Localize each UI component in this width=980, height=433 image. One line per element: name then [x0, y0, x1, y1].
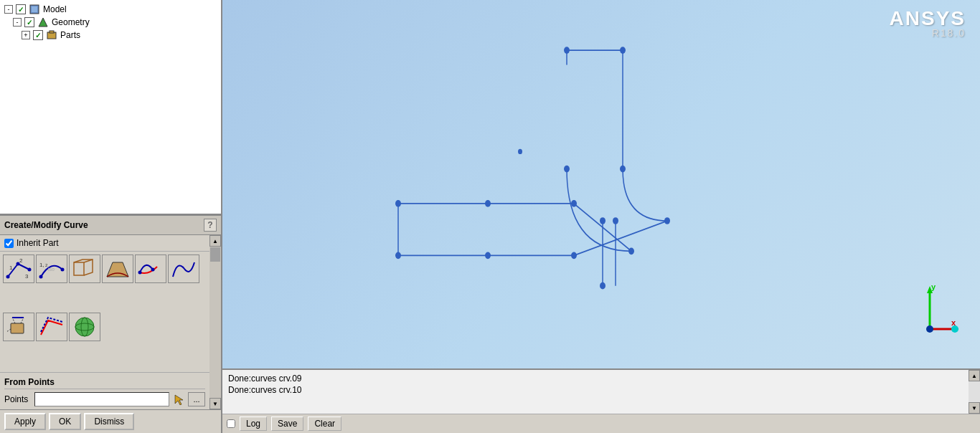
- log-button[interactable]: Log: [240, 417, 267, 431]
- panel-content: Inherit Part 1: [0, 235, 209, 409]
- tool-spline[interactable]: [168, 254, 199, 283]
- svg-text:3: 3: [25, 273, 29, 280]
- help-button[interactable]: ?: [204, 219, 217, 232]
- svg-text:1: 1: [9, 265, 13, 271]
- log-area: Done:curves crv.09 Done:curves crv.10 ▲ …: [222, 368, 980, 433]
- curve-tangent-icon: 1, 2 iso: [38, 257, 65, 281]
- points-input[interactable]: [34, 392, 169, 406]
- create-modify-panel: Create/Modify Curve ? Inherit Part: [0, 216, 221, 433]
- log-content: Done:curves crv.09 Done:curves crv.10 ▲ …: [222, 370, 980, 414]
- tool-sphere[interactable]: [69, 313, 100, 341]
- svg-point-36: [564, 47, 570, 54]
- tool-curve-tangent[interactable]: 1, 2 iso: [36, 254, 67, 283]
- inherit-part-row: Inherit Part: [0, 235, 209, 252]
- expand-parts-icon[interactable]: +: [22, 31, 30, 39]
- axes-widget: y x: [901, 282, 958, 340]
- points-label: Points: [4, 394, 32, 404]
- loft-icon: [104, 257, 131, 281]
- svg-text:2: 2: [19, 257, 23, 264]
- app-container: - Model - Geometry +: [0, 0, 980, 433]
- viewport[interactable]: ANSYS R18.0 .geo-line { stroke: #3060c0;…: [222, 0, 980, 433]
- clear-button[interactable]: Clear: [308, 417, 341, 431]
- extract-icon: [38, 315, 65, 339]
- model-label: Model: [43, 4, 67, 14]
- save-button[interactable]: Save: [271, 417, 303, 431]
- panel-with-scroll: Inherit Part 1: [0, 235, 221, 409]
- panel-scroll-up[interactable]: ▲: [209, 235, 221, 247]
- left-panel: - Model - Geometry +: [0, 0, 222, 433]
- tool-iso[interactable]: [69, 254, 100, 283]
- points-row: Points ...: [4, 392, 205, 406]
- parts-checkbox[interactable]: [33, 30, 43, 40]
- create-panel-header: Create/Modify Curve ?: [0, 216, 221, 235]
- model-checkbox[interactable]: [16, 4, 26, 14]
- svg-rect-21: [11, 323, 24, 333]
- geometry-label: Geometry: [52, 17, 90, 27]
- from-points-title: From Points: [4, 376, 205, 389]
- svg-point-51: [518, 149, 522, 154]
- project-icon: [5, 315, 32, 339]
- svg-marker-2: [39, 18, 47, 27]
- tool-curve-points[interactable]: 1 2 3: [3, 254, 34, 283]
- svg-point-37: [620, 47, 626, 54]
- cursor-svg: [173, 394, 184, 405]
- log-scroll-down-btn[interactable]: ▼: [969, 402, 980, 414]
- panel-scrollbar: ▲ ▼: [209, 235, 221, 409]
- dots-button[interactable]: ...: [188, 392, 205, 406]
- tree-item-geometry[interactable]: - Geometry: [11, 16, 218, 29]
- tool-blend[interactable]: [135, 254, 166, 283]
- svg-point-19: [138, 271, 142, 275]
- svg-point-47: [600, 282, 606, 290]
- cursor-icon[interactable]: [172, 393, 185, 406]
- parts-label: Parts: [60, 30, 80, 40]
- expand-geometry-icon[interactable]: -: [13, 18, 22, 27]
- svg-text:y: y: [931, 282, 936, 291]
- svg-point-40: [395, 200, 401, 207]
- svg-point-56: [926, 325, 933, 333]
- tree-area: - Model - Geometry +: [0, 0, 221, 215]
- svg-point-14: [61, 268, 65, 272]
- tree-item-parts[interactable]: + Parts: [20, 29, 218, 42]
- svg-point-44: [571, 200, 577, 207]
- inherit-part-checkbox[interactable]: [4, 239, 14, 248]
- svg-text:1,: 1,: [39, 262, 44, 268]
- svg-point-22: [75, 318, 94, 336]
- create-panel-title: Create/Modify Curve: [4, 220, 88, 230]
- log-bottom-bar: Log Save Clear: [222, 414, 980, 433]
- geometry-icon: [37, 16, 49, 28]
- apply-button[interactable]: Apply: [4, 413, 46, 430]
- action-buttons: Apply OK Dismiss: [0, 409, 221, 433]
- inherit-part-label: Inherit Part: [17, 238, 59, 248]
- svg-point-46: [600, 217, 606, 224]
- tool-extract[interactable]: [36, 313, 67, 341]
- svg-line-6: [18, 264, 29, 270]
- svg-rect-18: [74, 262, 84, 275]
- svg-point-41: [395, 252, 401, 260]
- svg-point-49: [628, 247, 634, 254]
- log-scrollbar: ▲ ▼: [969, 370, 980, 414]
- panel-scroll-thumb[interactable]: [210, 247, 220, 262]
- geometry-checkbox[interactable]: [24, 17, 34, 27]
- log-checkbox[interactable]: [227, 419, 235, 428]
- svg-point-45: [571, 252, 577, 260]
- svg-point-13: [39, 275, 43, 279]
- dismiss-button[interactable]: Dismiss: [84, 413, 134, 430]
- spline-icon: [170, 257, 197, 281]
- tool-project[interactable]: [3, 313, 34, 341]
- svg-point-38: [564, 166, 570, 173]
- svg-point-9: [28, 268, 32, 272]
- ok-button[interactable]: OK: [49, 413, 81, 430]
- curve-points-icon: 1 2 3: [5, 257, 32, 281]
- panel-scroll-down[interactable]: ▼: [209, 398, 221, 409]
- svg-point-42: [485, 200, 491, 207]
- log-line-1: Done:curves crv.09: [228, 373, 974, 384]
- svg-text:iso: iso: [48, 267, 55, 272]
- svg-point-48: [613, 217, 618, 224]
- tree-item-model[interactable]: - Model: [3, 3, 218, 16]
- expand-model-icon[interactable]: -: [4, 5, 13, 14]
- tool-loft[interactable]: [102, 254, 133, 283]
- log-scroll-up-btn[interactable]: ▲: [969, 370, 980, 381]
- svg-point-59: [951, 325, 958, 333]
- log-scroll-track: [969, 381, 980, 402]
- blend-icon: [137, 257, 164, 281]
